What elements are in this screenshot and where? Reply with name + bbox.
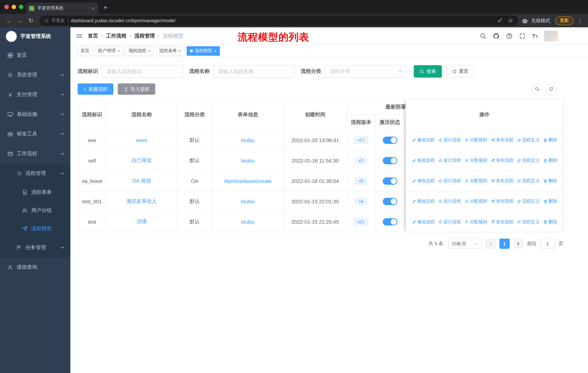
process-key-input[interactable]: [102, 65, 183, 78]
action-design-model[interactable]: 设计流程: [438, 219, 461, 225]
security-warning-icon[interactable]: ⚠: [44, 18, 49, 23]
action-assign-rule[interactable]: 分配规则: [464, 198, 487, 204]
new-tab-button[interactable]: +: [104, 4, 107, 12]
github-icon[interactable]: [493, 33, 499, 39]
action-process-definition[interactable]: 流程定义: [517, 178, 540, 184]
collapse-sidebar-button[interactable]: [76, 33, 83, 39]
refresh-table-button[interactable]: [546, 84, 556, 94]
version-badge[interactable]: v17: [354, 136, 368, 144]
password-key-icon[interactable]: [497, 18, 503, 23]
action-delete[interactable]: 删除: [543, 157, 557, 163]
action-process-definition[interactable]: 流程定义: [517, 219, 540, 225]
forward-button[interactable]: →: [15, 17, 26, 24]
sidebar-logo[interactable]: 芋道管理系统: [0, 27, 70, 46]
sidebar-item-workflow[interactable]: 工作流程: [0, 144, 70, 163]
sidebar-item-task-management[interactable]: 任务管理: [0, 238, 70, 258]
version-badge[interactable]: v5: [355, 177, 367, 184]
action-update-model[interactable]: 修改流程: [412, 219, 435, 225]
close-icon[interactable]: ×: [148, 49, 151, 53]
tag-tenant[interactable]: 租户管理 ×: [95, 46, 123, 56]
browser-menu-icon[interactable]: ⋮: [577, 17, 583, 24]
bookmark-star-icon[interactable]: [508, 18, 513, 23]
action-process-definition[interactable]: 流程定义: [517, 157, 540, 163]
action-delete[interactable]: 删除: [543, 219, 557, 225]
version-badge[interactable]: v21: [354, 218, 368, 225]
action-design-model[interactable]: 设计流程: [438, 198, 461, 204]
breadcrumb-item[interactable]: 首页: [88, 33, 98, 39]
tab-close-icon[interactable]: ×: [92, 5, 95, 11]
reset-button[interactable]: 重置: [446, 65, 474, 78]
page-1-button[interactable]: 1: [499, 239, 510, 249]
process-name-link[interactable]: eeee: [136, 137, 147, 143]
action-deploy-model[interactable]: 发布流程: [491, 219, 514, 225]
zoom-window-button[interactable]: [19, 5, 23, 9]
minimize-window-button[interactable]: [12, 5, 16, 9]
active-toggle[interactable]: [383, 198, 397, 205]
page-size-select[interactable]: 10条/页: [448, 239, 482, 249]
action-delete[interactable]: 删除: [543, 137, 557, 143]
form-info-link[interactable]: biubiu: [241, 137, 255, 143]
browser-tab[interactable]: 芋道管理系统 ×: [26, 2, 98, 14]
action-assign-rule[interactable]: 分配规则: [464, 137, 487, 143]
address-bar[interactable]: ⚠ 不安全 dashboard.yudao.iocoder.cn/bpm/man…: [39, 15, 518, 26]
action-update-model[interactable]: 修改流程: [412, 157, 435, 163]
category-select[interactable]: 流程分类: [325, 65, 407, 78]
action-deploy-model[interactable]: 发布流程: [491, 137, 514, 143]
fullscreen-icon[interactable]: [519, 33, 525, 39]
avatar[interactable]: [544, 30, 558, 41]
active-toggle[interactable]: [383, 218, 397, 225]
action-process-definition[interactable]: 流程定义: [517, 198, 540, 204]
sidebar-item-leave-query[interactable]: 请假查询: [0, 258, 70, 277]
action-update-model[interactable]: 修改流程: [412, 198, 435, 204]
sidebar-item-system[interactable]: 系统管理: [0, 65, 70, 85]
process-name-link[interactable]: 滔博: [136, 218, 147, 224]
chrome-update-button[interactable]: 更新: [555, 16, 573, 25]
tag-my-process[interactable]: 我的流程 ×: [126, 46, 154, 56]
version-badge[interactable]: v4: [355, 198, 367, 205]
sidebar-item-infrastructure[interactable]: 基础设施: [0, 105, 70, 124]
toggle-search-button[interactable]: [532, 84, 542, 94]
action-assign-rule[interactable]: 分配规则: [464, 157, 487, 163]
action-delete[interactable]: 删除: [543, 198, 557, 204]
active-toggle[interactable]: [383, 177, 397, 184]
active-toggle[interactable]: [383, 157, 397, 164]
action-deploy-model[interactable]: 发布流程: [491, 178, 514, 184]
next-page-button[interactable]: [513, 239, 524, 249]
sidebar-item-dev-tools[interactable]: 研发工具: [0, 124, 70, 144]
process-name-input[interactable]: [213, 65, 295, 78]
close-icon[interactable]: ×: [179, 49, 181, 53]
form-info-link[interactable]: biubiu: [241, 219, 255, 225]
tag-process-model[interactable]: 流程模型 ×: [187, 46, 220, 56]
process-name-link[interactable]: 测试多审批人: [126, 198, 157, 204]
action-design-model[interactable]: 设计流程: [438, 178, 461, 184]
version-badge[interactable]: v2: [355, 157, 367, 164]
process-name-link[interactable]: OA 请假: [132, 178, 151, 183]
action-process-definition[interactable]: 流程定义: [517, 137, 540, 143]
action-assign-rule[interactable]: 分配规则: [464, 178, 487, 184]
action-design-model[interactable]: 设计流程: [438, 137, 461, 143]
sidebar-item-process-model[interactable]: 流程模型: [0, 220, 70, 238]
prev-page-button[interactable]: [486, 239, 496, 249]
action-deploy-model[interactable]: 发布流程: [491, 198, 514, 204]
create-process-button[interactable]: + 新建流程: [78, 83, 113, 95]
close-icon[interactable]: ×: [117, 49, 120, 53]
action-update-model[interactable]: 修改流程: [412, 137, 435, 143]
action-deploy-model[interactable]: 发布流程: [491, 157, 514, 163]
tag-home[interactable]: 首页: [77, 46, 93, 56]
question-icon[interactable]: [506, 33, 512, 39]
goto-page-input[interactable]: [540, 239, 555, 249]
sidebar-item-home[interactable]: 首页: [0, 46, 70, 65]
close-window-button[interactable]: [4, 5, 9, 9]
search-icon[interactable]: [480, 33, 486, 39]
tag-process-form[interactable]: 流程表单 ×: [156, 46, 184, 56]
sidebar-item-process-form[interactable]: 流程表单: [0, 183, 70, 202]
form-info-link[interactable]: biubiu: [241, 198, 255, 204]
breadcrumb-item[interactable]: 流程管理: [135, 33, 155, 39]
process-name-link[interactable]: 自己审批: [131, 157, 152, 163]
breadcrumb-item[interactable]: 工作流程: [106, 33, 126, 39]
action-design-model[interactable]: 设计流程: [438, 157, 461, 163]
form-info-link[interactable]: /bpm/oa/leave/create: [224, 178, 272, 184]
font-size-icon[interactable]: T T: [532, 33, 538, 39]
sidebar-item-payment[interactable]: ¥ 支付管理: [0, 85, 70, 105]
action-assign-rule[interactable]: 分配规则: [464, 219, 487, 225]
